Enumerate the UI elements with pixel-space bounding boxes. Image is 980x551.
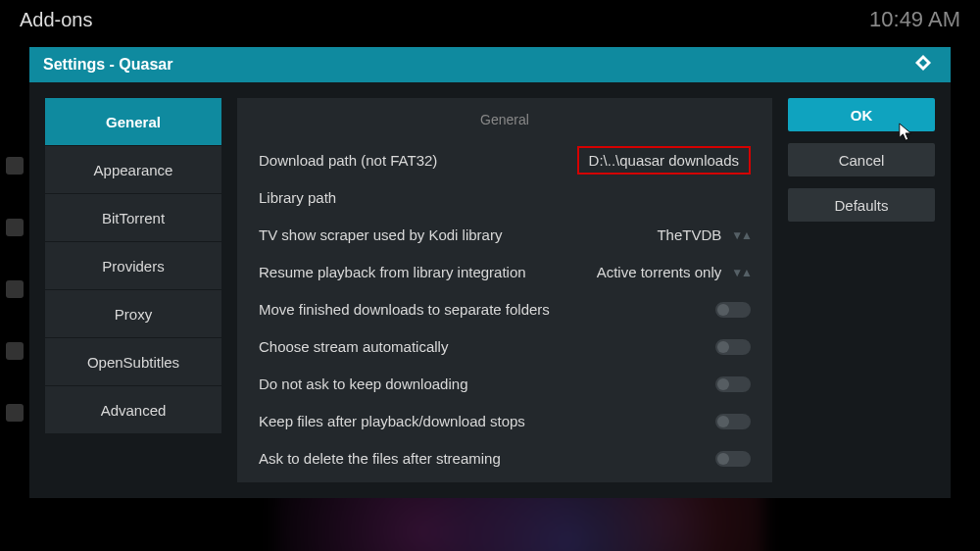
setting-value (715, 414, 751, 429)
toggle-off-icon[interactable] (715, 451, 751, 467)
value-text: D:\..\quasar downloads (589, 152, 739, 169)
setting-value (715, 376, 751, 392)
dialog-title: Settings - Quasar (43, 56, 172, 74)
defaults-button[interactable]: Defaults (788, 188, 935, 222)
setting-label: Move finished downloads to separate fold… (259, 301, 550, 318)
settings-dialog: Settings - Quasar General Appearance Bit… (29, 47, 951, 498)
page-title: Add-ons (20, 9, 93, 31)
side-icon-strip (0, 157, 29, 422)
sidebar-item-label: Advanced (101, 402, 167, 419)
sidebar-item-label: BitTorrent (102, 210, 165, 226)
clock: 10:49 AM (869, 7, 960, 32)
settings-panel: General Download path (not FAT32) D:\..\… (237, 98, 772, 482)
setting-value (715, 302, 751, 318)
sidebar-item-label: OpenSubtitles (87, 354, 179, 371)
toggle-off-icon[interactable] (715, 302, 751, 318)
setting-choose-stream[interactable]: Choose stream automatically (259, 332, 751, 361)
setting-label: Keep files after playback/download stops (259, 413, 525, 429)
sidebar-item-label: Proxy (115, 306, 152, 323)
setting-value (715, 339, 751, 355)
button-label: Defaults (834, 197, 888, 214)
setting-value: D:\..\quasar downloads (577, 146, 751, 175)
setting-label: TV show scraper used by Kodi library (259, 226, 502, 243)
button-label: OK (851, 107, 873, 124)
setting-label: Library path (259, 189, 336, 206)
music-icon[interactable] (6, 342, 24, 360)
kodi-logo-icon (909, 53, 937, 76)
setting-label: Download path (not FAT32) (259, 152, 437, 169)
spinner-arrows-icon[interactable]: ▼▲ (731, 228, 751, 242)
dialog-header: Settings - Quasar (29, 47, 951, 82)
setting-ask-delete[interactable]: Ask to delete the files after streaming (259, 444, 751, 473)
setting-keep-files[interactable]: Keep files after playback/download stops (259, 407, 751, 435)
setting-resume-playback[interactable]: Resume playback from library integration… (259, 258, 751, 286)
button-label: Cancel (839, 152, 885, 169)
section-heading: General (259, 108, 751, 137)
action-buttons: OK Cancel Defaults (788, 98, 935, 482)
setting-move-finished[interactable]: Move finished downloads to separate fold… (259, 295, 751, 324)
setting-do-not-ask[interactable]: Do not ask to keep downloading (259, 370, 751, 398)
setting-tv-scraper[interactable]: TV show scraper used by Kodi library The… (259, 221, 751, 249)
setting-label: Resume playback from library integration (259, 264, 526, 280)
sidebar-item-providers[interactable]: Providers (45, 242, 221, 289)
sidebar-item-appearance[interactable]: Appearance (45, 146, 221, 193)
toggle-off-icon[interactable] (715, 414, 751, 429)
games-icon[interactable] (6, 280, 24, 298)
sidebar-item-label: General (106, 114, 161, 130)
ok-button[interactable]: OK (788, 98, 935, 131)
setting-library-path[interactable]: Library path (259, 183, 751, 212)
sidebar-item-advanced[interactable]: Advanced (45, 386, 221, 433)
top-bar: Add-ons 10:49 AM (0, 0, 980, 39)
sidebar-item-label: Providers (102, 258, 164, 275)
sidebar-item-bittorrent[interactable]: BitTorrent (45, 194, 221, 241)
sidebar-item-label: Appearance (94, 162, 173, 178)
movies-icon[interactable] (6, 157, 24, 175)
toggle-off-icon[interactable] (715, 339, 751, 355)
setting-value (715, 451, 751, 467)
value-text: TheTVDB (657, 226, 721, 243)
setting-label: Do not ask to keep downloading (259, 376, 467, 392)
spinner-arrows-icon[interactable]: ▼▲ (731, 266, 751, 279)
cancel-button[interactable]: Cancel (788, 143, 935, 176)
sidebar-item-general[interactable]: General (45, 98, 221, 145)
addons-icon[interactable] (6, 404, 24, 422)
setting-label: Choose stream automatically (259, 338, 448, 355)
tv-icon[interactable] (6, 219, 24, 236)
setting-value: TheTVDB ▼▲ (657, 226, 751, 243)
setting-label: Ask to delete the files after streaming (259, 450, 501, 467)
setting-download-path[interactable]: Download path (not FAT32) D:\..\quasar d… (259, 146, 751, 175)
category-sidebar: General Appearance BitTorrent Providers … (45, 98, 221, 482)
cursor-icon (898, 122, 915, 143)
sidebar-item-opensubtitles[interactable]: OpenSubtitles (45, 338, 221, 385)
setting-value: Active torrents only ▼▲ (597, 264, 751, 280)
toggle-off-icon[interactable] (715, 376, 751, 392)
sidebar-item-proxy[interactable]: Proxy (45, 290, 221, 337)
dialog-body: General Appearance BitTorrent Providers … (29, 82, 951, 498)
value-text: Active torrents only (597, 264, 722, 280)
